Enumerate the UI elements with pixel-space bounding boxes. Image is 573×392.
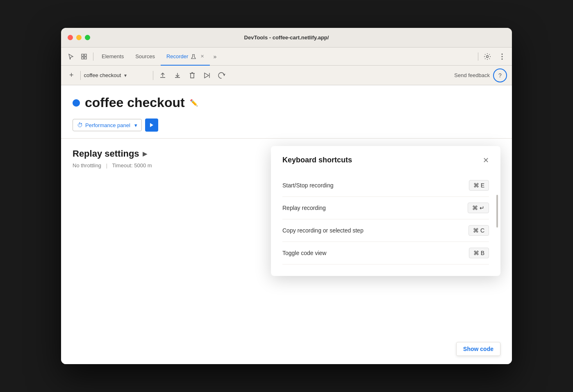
rec-divider-2 (153, 71, 153, 80)
main-content: coffee checkout ✏️ ⏱ Performance panel ▾… (61, 85, 512, 364)
edit-recording-name-icon[interactable]: ✏️ (190, 99, 198, 107)
recording-dropdown-btn[interactable]: ▾ (124, 73, 127, 78)
toolbar-divider-1 (93, 52, 93, 61)
performance-panel-label: Performance panel (85, 122, 130, 128)
download-icon (174, 72, 181, 79)
shortcut-row-copy: Copy recording or selected step ⌘ C (282, 219, 489, 242)
window-title: DevTools - coffee-cart.netlify.app/ (244, 34, 329, 41)
tab-more-btn[interactable]: » (210, 53, 220, 60)
tab-recorder[interactable]: Recorder ✕ (161, 48, 210, 66)
recording-indicator-dot (73, 99, 80, 107)
recording-title: coffee checkout (85, 95, 185, 110)
performance-dropdown-arrow[interactable]: ▾ (134, 122, 137, 128)
no-throttling-text: No throttling (73, 162, 101, 169)
performance-row: ⏱ Performance panel ▾ (73, 119, 500, 132)
shortcut-label-replay: Replay recording (282, 205, 326, 211)
shortcuts-title: Keyboard shortcuts (282, 156, 352, 164)
more-vert-icon (501, 53, 503, 60)
play-icon (150, 123, 154, 128)
shortcut-label-copy: Copy recording or selected step (282, 227, 364, 234)
shortcut-keys-replay: ⌘ ↵ (468, 203, 489, 213)
shortcut-row-replay: Replay recording ⌘ ↵ (282, 197, 489, 219)
tab-elements[interactable]: Elements (96, 48, 130, 66)
svg-rect-2 (82, 57, 84, 59)
timeout-text: Timeout: 5000 m (112, 162, 152, 169)
svg-marker-9 (205, 73, 209, 78)
flask-icon (191, 54, 196, 59)
inspect-icon (81, 53, 87, 60)
tab-sources[interactable]: Sources (130, 48, 161, 66)
inspect-icon-btn[interactable] (77, 50, 91, 63)
shortcut-label-toggle-code: Toggle code view (282, 250, 326, 256)
toolbar-divider-2 (478, 52, 478, 61)
recording-name-text: coffee checkout (84, 72, 121, 78)
svg-marker-11 (150, 123, 153, 127)
popup-scrollbar[interactable] (496, 195, 498, 228)
svg-point-6 (502, 53, 503, 55)
replay-btn[interactable] (216, 69, 228, 82)
show-code-area: Show code (456, 342, 500, 356)
shortcuts-close-btn[interactable]: ✕ (483, 157, 489, 164)
more-options-btn[interactable] (496, 50, 509, 63)
step-through-icon (203, 72, 211, 79)
svg-point-7 (502, 56, 503, 57)
settings-gear-btn[interactable] (481, 50, 494, 63)
title-bar: DevTools - coffee-cart.netlify.app/ (61, 28, 512, 48)
upload-icon (159, 72, 166, 79)
kbd-cmd-start-stop: ⌘ E (469, 180, 489, 191)
kbd-cmd-toggle-code: ⌘ B (469, 248, 489, 258)
shortcut-keys-toggle-code: ⌘ B (469, 248, 489, 258)
devtools-toolbar: Elements Sources Recorder ✕ » (61, 48, 512, 66)
minimize-traffic-light[interactable] (76, 35, 82, 40)
recording-actions (157, 69, 228, 82)
recording-name-selector: coffee checkout ▾ (84, 72, 150, 78)
toolbar-right (481, 50, 509, 63)
content-divider (61, 138, 512, 139)
export-btn[interactable] (157, 69, 169, 82)
kbd-cmd-copy: ⌘ C (468, 225, 489, 236)
traffic-lights (68, 35, 90, 40)
shortcuts-header: Keyboard shortcuts ✕ (282, 156, 489, 164)
tab-close-recorder[interactable]: ✕ (200, 54, 204, 59)
shortcut-keys-copy: ⌘ C (468, 225, 489, 236)
svg-rect-3 (84, 57, 86, 59)
recording-header: coffee checkout ✏️ (73, 95, 500, 110)
delete-btn[interactable] (186, 69, 198, 82)
cursor-icon (68, 53, 74, 60)
svg-rect-1 (84, 54, 86, 56)
replay-play-btn[interactable] (145, 119, 158, 132)
recorder-toolbar: + coffee checkout ▾ (61, 66, 512, 85)
performance-icon: ⏱ (77, 122, 83, 128)
step-through-btn[interactable] (201, 69, 213, 82)
maximize-traffic-light[interactable] (85, 35, 90, 40)
svg-rect-0 (82, 54, 84, 56)
kbd-cmd-replay: ⌘ ↵ (468, 203, 489, 213)
svg-point-8 (502, 58, 503, 59)
performance-panel-btn[interactable]: ⏱ Performance panel ▾ (73, 119, 142, 131)
add-recording-btn[interactable]: + (66, 69, 77, 81)
toolbar-tabs: Elements Sources Recorder ✕ » (96, 48, 475, 66)
send-feedback-link[interactable]: Send feedback (454, 72, 490, 78)
keyboard-shortcuts-popup: Keyboard shortcuts ✕ Start/Stop recordin… (271, 146, 500, 276)
shortcut-row-start-stop: Start/Stop recording ⌘ E (282, 174, 489, 197)
help-btn[interactable]: ? (493, 68, 507, 82)
cursor-icon-btn[interactable] (64, 50, 77, 63)
gear-icon (484, 53, 491, 60)
show-code-btn[interactable]: Show code (456, 342, 500, 356)
rec-divider-1 (80, 71, 81, 80)
close-traffic-light[interactable] (68, 35, 73, 40)
shortcut-keys-start-stop: ⌘ E (469, 180, 489, 191)
replay-settings-label: Replay settings (73, 148, 139, 159)
shortcut-row-toggle-code: Toggle code view ⌘ B (282, 242, 489, 264)
trash-icon (189, 72, 195, 79)
shortcut-label-start-stop: Start/Stop recording (282, 182, 334, 189)
devtools-window: DevTools - coffee-cart.netlify.app/ Elem… (61, 28, 512, 364)
svg-point-5 (487, 55, 489, 57)
import-btn[interactable] (171, 69, 184, 82)
replay-settings-expand-icon: ▶ (143, 150, 147, 157)
replay-icon (218, 72, 225, 79)
